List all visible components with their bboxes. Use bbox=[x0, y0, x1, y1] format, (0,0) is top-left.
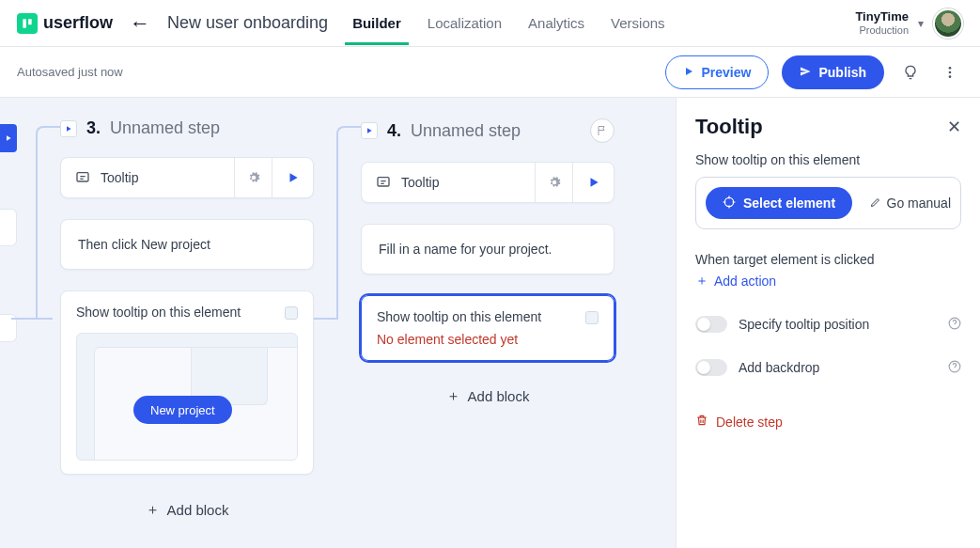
step-3: 3. Unnamed step Tooltip Then click New p… bbox=[60, 118, 314, 519]
hint-icon[interactable] bbox=[897, 59, 924, 86]
tooltip-type-icon bbox=[375, 174, 392, 191]
step-type-label: Tooltip bbox=[101, 170, 234, 185]
trash-icon bbox=[695, 414, 708, 430]
add-action-link[interactable]: ＋ Add action bbox=[695, 273, 776, 290]
crosshair-icon bbox=[723, 196, 736, 211]
delete-step-button[interactable]: Delete step bbox=[695, 414, 783, 430]
svg-rect-3 bbox=[77, 173, 88, 181]
app-name: userflow bbox=[43, 13, 113, 33]
step-entry-node[interactable] bbox=[361, 122, 378, 139]
prev-step-play-icon[interactable] bbox=[0, 124, 17, 152]
logo-mark-icon bbox=[17, 13, 38, 34]
connector-line bbox=[336, 126, 361, 320]
flow-name[interactable]: New user onboarding bbox=[167, 13, 328, 33]
tooltip-type-icon bbox=[74, 169, 91, 186]
step-content-text: Fill in a name for your project. bbox=[379, 242, 552, 257]
publish-button[interactable]: Publish bbox=[782, 55, 884, 89]
drag-handle-icon[interactable] bbox=[585, 311, 599, 324]
environment-name: TinyTime bbox=[855, 10, 909, 23]
target-section-label: Show tooltip on this element bbox=[695, 152, 961, 167]
step-number: 4. bbox=[387, 121, 401, 141]
tab-localization[interactable]: Localization bbox=[428, 3, 502, 43]
main-tabs: Builder Localization Analytics Versions bbox=[352, 3, 664, 43]
step-entry-node[interactable] bbox=[60, 120, 77, 137]
step-type-label: Tooltip bbox=[401, 175, 535, 190]
play-icon bbox=[683, 65, 694, 80]
target-label: Show tooltip on this element bbox=[377, 309, 599, 324]
step-title[interactable]: Unnamed step bbox=[411, 121, 521, 141]
close-icon[interactable]: ✕ bbox=[947, 117, 961, 137]
add-action-label: Add action bbox=[714, 274, 776, 289]
tooltip-settings-panel: Tooltip ✕ Show tooltip on this element S… bbox=[676, 98, 980, 548]
svg-point-2 bbox=[949, 75, 952, 78]
toggle-tooltip-position[interactable] bbox=[695, 316, 727, 333]
step-target-card[interactable]: Show tooltip on this element No element … bbox=[361, 295, 614, 361]
gear-icon[interactable] bbox=[535, 163, 572, 202]
step-title[interactable]: Unnamed step bbox=[110, 118, 220, 138]
back-arrow-icon[interactable]: ← bbox=[130, 11, 150, 36]
step-content-text: Then click New project bbox=[78, 237, 210, 252]
step-number: 3. bbox=[86, 118, 101, 138]
toggle-add-backdrop[interactable] bbox=[695, 359, 727, 376]
step-type-card[interactable]: Tooltip bbox=[361, 162, 614, 203]
plus-icon: ＋ bbox=[446, 387, 460, 405]
publish-label: Publish bbox=[818, 65, 866, 80]
chevron-down-icon[interactable]: ▾ bbox=[918, 17, 924, 30]
target-preview: New project bbox=[76, 333, 298, 461]
add-block-label: Add block bbox=[468, 388, 530, 404]
connector-line bbox=[36, 126, 60, 320]
step-target-card[interactable]: Show tooltip on this element New project bbox=[60, 290, 314, 475]
preview-label: Preview bbox=[702, 65, 752, 80]
target-error: No element selected yet bbox=[377, 332, 599, 347]
add-block-button[interactable]: ＋ Add block bbox=[361, 387, 614, 405]
autosave-status: Autosaved just now bbox=[17, 65, 123, 79]
send-icon bbox=[800, 65, 811, 80]
prev-step-card-stub bbox=[0, 209, 17, 246]
help-icon[interactable] bbox=[948, 360, 961, 376]
select-element-button[interactable]: Select element bbox=[706, 187, 852, 219]
play-step-icon[interactable] bbox=[272, 158, 313, 197]
step-content-card[interactable]: Then click New project bbox=[60, 219, 314, 270]
step-content-card[interactable]: Fill in a name for your project. bbox=[361, 224, 614, 274]
plus-icon: ＋ bbox=[146, 501, 160, 519]
finish-flag-icon[interactable] bbox=[590, 118, 614, 143]
select-element-label: Select element bbox=[743, 196, 835, 211]
target-select-box: Select element Go manual bbox=[695, 177, 961, 229]
panel-title: Tooltip bbox=[695, 115, 763, 139]
svg-point-0 bbox=[949, 67, 952, 70]
svg-rect-4 bbox=[378, 178, 389, 186]
avatar[interactable] bbox=[933, 8, 963, 39]
drag-handle-icon[interactable] bbox=[285, 306, 298, 320]
plus-icon: ＋ bbox=[695, 273, 708, 290]
add-block-button[interactable]: ＋ Add block bbox=[60, 501, 314, 519]
go-manual-link[interactable]: Go manual bbox=[870, 196, 951, 211]
connector-line bbox=[310, 318, 338, 320]
svg-point-5 bbox=[724, 197, 733, 206]
add-block-label: Add block bbox=[167, 502, 229, 518]
preview-button[interactable]: Preview bbox=[665, 55, 770, 89]
svg-point-1 bbox=[949, 70, 952, 73]
target-label: Show tooltip on this element bbox=[76, 305, 298, 320]
play-step-icon[interactable] bbox=[572, 163, 614, 202]
toggle-position-label: Specify tooltip position bbox=[739, 317, 937, 332]
environment-selector[interactable]: TinyTime Production bbox=[855, 10, 909, 35]
help-icon[interactable] bbox=[948, 317, 961, 333]
toggle-backdrop-label: Add backdrop bbox=[739, 360, 937, 375]
flow-canvas[interactable]: 3. Unnamed step Tooltip Then click New p… bbox=[0, 98, 676, 548]
more-icon[interactable] bbox=[937, 59, 963, 86]
tab-builder[interactable]: Builder bbox=[352, 3, 401, 43]
target-preview-button: New project bbox=[133, 396, 232, 424]
environment-kind: Production bbox=[855, 24, 909, 36]
pencil-icon bbox=[870, 196, 881, 211]
tab-versions[interactable]: Versions bbox=[611, 3, 665, 43]
go-manual-label: Go manual bbox=[887, 196, 951, 211]
step-type-card[interactable]: Tooltip bbox=[60, 157, 314, 198]
gear-icon[interactable] bbox=[234, 158, 272, 197]
step-4: 4. Unnamed step Tooltip Fill i bbox=[361, 118, 614, 405]
tab-analytics[interactable]: Analytics bbox=[528, 3, 584, 43]
delete-step-label: Delete step bbox=[716, 415, 783, 430]
app-logo[interactable]: userflow bbox=[17, 13, 113, 34]
clicked-section-label: When target element is clicked bbox=[695, 252, 961, 267]
